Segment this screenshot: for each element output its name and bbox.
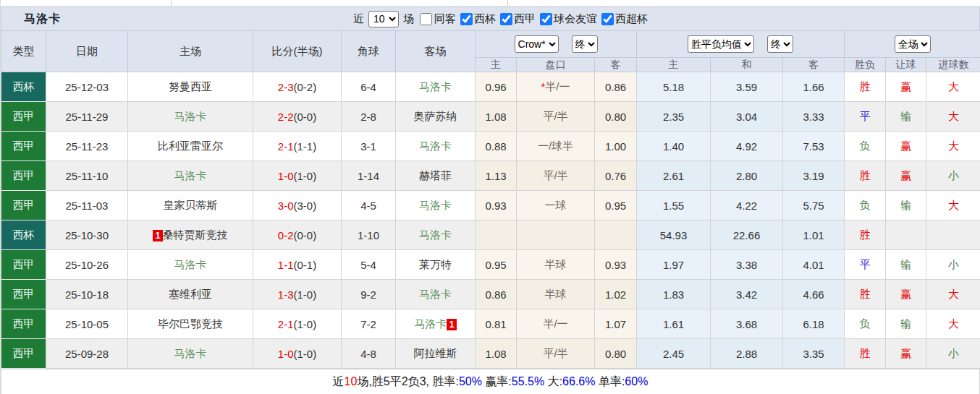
home-odds-cell: 0.96 <box>476 72 517 102</box>
score-cell: 2-2(0-0) <box>253 102 342 132</box>
avg-away-cell: 6.18 <box>783 309 845 339</box>
handicap-cell: 一球 <box>517 191 595 220</box>
away-team-link[interactable]: 赫塔菲 <box>419 169 452 181</box>
home-team-link[interactable]: 毕尔巴鄂竞技 <box>158 317 223 330</box>
home-team-link[interactable]: 皇家贝蒂斯 <box>164 199 218 211</box>
home-team-link[interactable]: 塞维利亚 <box>169 288 212 300</box>
handicap-cell: 半球 <box>517 280 595 309</box>
away-team-cell: 马洛卡1 <box>396 309 476 339</box>
score-cell: 3-0(3-0) <box>253 191 342 220</box>
match-type-cell: 西甲 <box>1 250 46 280</box>
away-team-link[interactable]: 马洛卡 <box>414 317 447 330</box>
subheader-avg-home: 主 <box>637 58 711 72</box>
halftime-score: (1-1) <box>294 140 317 153</box>
handicap-result-cell: 赢 <box>886 339 926 369</box>
avg-type-select[interactable]: 胜平负均值 <box>688 35 754 53</box>
fulltime-score: 3-0 <box>278 200 294 212</box>
supercup-checkbox[interactable] <box>601 13 614 25</box>
away-odds-cell: 0.93 <box>595 250 637 280</box>
score-cell: 0-2(0-0) <box>253 220 342 250</box>
handicap-line: 半/一 <box>545 80 570 93</box>
filter-bar: 近 10 场 同客 西杯 西甲 球会友谊 西超杯 <box>353 11 648 27</box>
friendly-checkbox[interactable] <box>540 13 552 25</box>
home-team-link[interactable]: 比利亚雷亚尔 <box>158 140 223 152</box>
bookmaker-period-select[interactable]: 终 <box>572 35 598 53</box>
away-odds-cell <box>595 220 637 250</box>
home-team-cell: 毕尔巴鄂竞技 <box>128 309 253 339</box>
match-type-cell: 西甲 <box>1 280 46 309</box>
handicap-line: 半/一 <box>543 317 567 330</box>
league-filter-supercup[interactable]: 西超杯 <box>599 12 648 26</box>
home-team-link[interactable]: 马洛卡 <box>174 258 207 270</box>
table-row: 西甲 25-11-23 比利亚雷亚尔 2-1(1-1) 3-1 马洛卡 0.88… <box>1 132 980 161</box>
home-odds-cell: 0.93 <box>476 191 517 220</box>
fulltime-score: 2-2 <box>278 111 294 123</box>
goals-result-cell: 大 <box>926 132 980 161</box>
table-row: 西杯 25-12-03 努曼西亚 2-3(0-2) 6-4 马洛卡 0.96 *… <box>1 72 980 102</box>
xibei-checkbox[interactable] <box>460 13 473 25</box>
subheader-result: 胜负 <box>845 58 886 72</box>
subheader-handicap-result: 让球 <box>886 58 926 72</box>
xijia-checkbox[interactable] <box>500 13 512 25</box>
page-title: 马洛卡 <box>24 12 61 27</box>
fulltime-select[interactable]: 全场 <box>895 35 931 53</box>
date-cell: 25-10-30 <box>46 220 128 250</box>
halftime-score: (0-1) <box>294 259 317 271</box>
home-team-link[interactable]: 马洛卡 <box>174 169 207 181</box>
same-venue-checkbox[interactable] <box>420 13 432 25</box>
home-team-link[interactable]: 努曼西亚 <box>169 80 212 93</box>
home-team-cell: 塞维利亚 <box>128 280 253 309</box>
avg-period-select[interactable]: 终 <box>767 35 793 53</box>
header-home: 主场 <box>128 31 253 72</box>
bookmaker-select[interactable]: Crow* <box>515 35 559 53</box>
home-team-link[interactable]: 马洛卡 <box>174 347 207 359</box>
table-row: 西甲 25-11-29 马洛卡 2-2(0-0) 2-8 奥萨苏纳 1.08 平… <box>1 102 980 132</box>
goals-result-cell: 小 <box>926 161 980 191</box>
match-table: 类型 日期 主场 比分(半场) 角球 客场 Crow* 终 胜平负均值 终 <box>1 30 980 369</box>
header-score: 比分(半场) <box>253 31 342 72</box>
date-cell: 25-11-29 <box>46 102 128 132</box>
friendly-label: 球会友谊 <box>554 12 597 26</box>
corner-cell: 7-2 <box>342 309 396 339</box>
corner-cell: 9-2 <box>342 280 396 309</box>
goals-result-cell: 大 <box>926 191 980 220</box>
league-filter-xibei[interactable]: 西杯 <box>457 12 496 26</box>
away-team-link[interactable]: 阿拉维斯 <box>414 347 457 359</box>
home-team-link[interactable]: 马洛卡 <box>174 110 207 122</box>
corner-cell: 1-10 <box>342 220 396 250</box>
table-row: 西甲 25-09-28 马洛卡 1-0(1-0) 4-8 阿拉维斯 1.08 平… <box>1 339 980 369</box>
games-count-select[interactable]: 10 <box>368 11 399 27</box>
avg-home-cell: 54.93 <box>637 220 711 250</box>
subheader-avg-draw: 和 <box>711 58 783 72</box>
subheader-away-odds: 客 <box>595 58 637 72</box>
home-odds-cell: 0.95 <box>476 250 517 280</box>
header-bookmaker-group: Crow* 终 <box>476 31 637 58</box>
result-cell: 胜 <box>845 72 886 102</box>
away-odds-cell: 0.80 <box>595 339 637 369</box>
handicap-cell: 半球 <box>517 250 595 280</box>
supercup-label: 西超杯 <box>615 12 648 26</box>
score-cell: 2-1(1-0) <box>253 309 342 339</box>
match-type-cell: 西甲 <box>1 191 46 220</box>
divider <box>507 0 508 6</box>
league-filter-friendly[interactable]: 球会友谊 <box>537 12 597 26</box>
date-cell: 25-10-18 <box>46 280 128 309</box>
divider <box>171 0 172 6</box>
handicap-line: 一球 <box>545 199 567 211</box>
away-team-link[interactable]: 奥萨苏纳 <box>414 110 457 122</box>
away-team-cell: 阿拉维斯 <box>396 339 476 369</box>
away-team-link[interactable]: 马洛卡 <box>419 228 452 241</box>
home-team-link[interactable]: 桑特贾斯竞技 <box>163 228 228 241</box>
away-team-link[interactable]: 马洛卡 <box>419 140 452 152</box>
handicap-result-cell: 输 <box>886 250 926 280</box>
result-cell: 负 <box>845 132 886 161</box>
away-team-link[interactable]: 莱万特 <box>419 258 452 270</box>
away-team-link[interactable]: 马洛卡 <box>419 80 452 93</box>
league-filter-xijia[interactable]: 西甲 <box>497 12 536 26</box>
result-cell: 平 <box>845 250 886 280</box>
match-type-cell: 西甲 <box>1 132 46 161</box>
away-team-link[interactable]: 马洛卡 <box>419 288 452 300</box>
corner-cell: 4-8 <box>342 339 396 369</box>
away-team-link[interactable]: 马洛卡 <box>419 199 452 211</box>
avg-home-cell: 2.45 <box>637 339 711 369</box>
